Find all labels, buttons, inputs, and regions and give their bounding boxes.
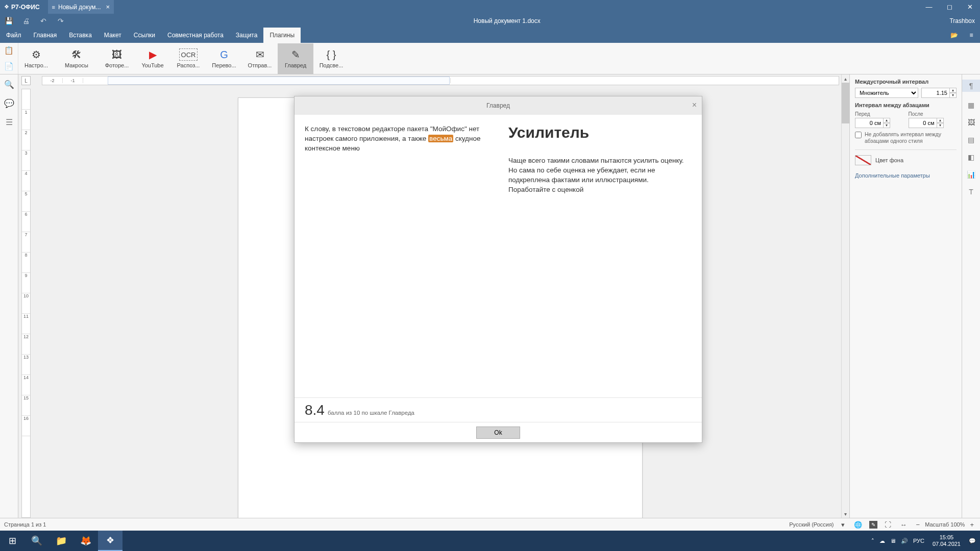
gear-icon: ⚙ (32, 48, 41, 61)
spin-up-icon[interactable]: ▴ (937, 118, 944, 123)
paste-icon[interactable]: 📄 (0, 59, 18, 74)
search-icon[interactable]: 🔍 (4, 80, 14, 89)
username-label[interactable]: Trashbox (944, 17, 980, 24)
app-logo-icon: ❖ (4, 4, 9, 10)
minimize-button[interactable]: — (919, 0, 939, 14)
line-spacing-value-stepper[interactable]: ▴▾ (921, 88, 957, 98)
close-button[interactable]: ✕ (960, 0, 980, 14)
undo-icon[interactable]: ↶ (35, 14, 52, 28)
line-spacing-value-input[interactable] (921, 88, 950, 98)
plugin-ocr-label: Распоз... (177, 62, 200, 68)
fit-width-icon[interactable]: ↔ (898, 521, 909, 529)
dialog-highlighted-word[interactable]: весьма (428, 135, 453, 142)
glavred-score-suffix: балла из 10 по шкале Главреда (328, 410, 414, 416)
menu-insert[interactable]: Вставка (63, 28, 98, 43)
copy-icon[interactable]: 📋 (0, 43, 18, 59)
dialog-titlebar[interactable]: Главред × (295, 96, 702, 115)
menu-file[interactable]: Файл (0, 28, 28, 43)
document-icon: ≡ (52, 4, 55, 10)
plugin-settings-button[interactable]: ⚙ Настро... (18, 43, 54, 74)
tray-clock[interactable]: 15:05 07.04.2021 (929, 534, 964, 547)
document-tab[interactable]: ≡ Новый докум... × (48, 0, 114, 14)
tray-onedrive-icon[interactable]: ☁ (879, 538, 885, 544)
plugin-youtube-label: YouTube (141, 62, 163, 68)
print-icon[interactable]: 🖨 (17, 14, 35, 28)
page-status[interactable]: Страница 1 из 1 (4, 521, 46, 528)
fit-page-icon[interactable]: ⛶ (883, 521, 893, 529)
plugin-settings-label: Настро... (24, 62, 48, 68)
dialog-close-icon[interactable]: × (692, 101, 697, 110)
textart-tab-icon[interactable]: T (969, 188, 973, 196)
taskbar-r7office-icon[interactable]: ❖ (98, 531, 122, 551)
document-language[interactable]: Русский (Россия) (789, 521, 834, 528)
paragraph-tab-icon[interactable]: ¶ (962, 80, 980, 92)
spin-down-icon[interactable]: ▾ (937, 123, 944, 128)
advanced-params-link[interactable]: Дополнительные параметры (855, 172, 957, 179)
scroll-down-icon[interactable]: ▾ (842, 510, 849, 518)
tab-close-icon[interactable]: × (106, 3, 110, 11)
maximize-button[interactable]: ◻ (939, 0, 960, 14)
vertical-scrollbar[interactable]: ▴ ▾ (841, 74, 849, 518)
save-icon[interactable]: 💾 (0, 14, 17, 28)
spin-down-icon[interactable]: ▾ (883, 123, 890, 128)
glavred-score-value: 8.4 (305, 402, 325, 418)
outline-icon[interactable]: ☰ (6, 117, 13, 127)
plugin-highlight-button[interactable]: { } Подсве... (313, 43, 349, 74)
menu-protect[interactable]: Защита (230, 28, 264, 43)
spacing-before-input[interactable] (855, 118, 884, 128)
menu-home[interactable]: Главная (28, 28, 63, 43)
spin-up-icon[interactable]: ▴ (949, 88, 957, 93)
plugin-photoeditor-button[interactable]: 🖼 Фоторе... (99, 43, 135, 74)
scrollbar-thumb[interactable] (842, 83, 849, 123)
spacing-before-stepper[interactable]: ▴▾ (855, 118, 903, 128)
menu-links[interactable]: Ссылки (128, 28, 161, 43)
spin-down-icon[interactable]: ▾ (949, 93, 957, 98)
horizontal-ruler[interactable]: -2-11234567891011121314151617 (42, 76, 839, 85)
open-folder-icon[interactable]: 📂 (945, 28, 963, 43)
vertical-ruler[interactable]: 12345678910111213141516 (21, 89, 31, 518)
start-button[interactable]: ⊞ (0, 531, 24, 551)
no-spacing-same-style-checkbox[interactable] (855, 132, 862, 138)
spellcheck-icon[interactable]: 🌐 (852, 521, 864, 529)
tray-network-icon[interactable]: 🖥 (890, 538, 896, 544)
dialog-ok-button[interactable]: Ok (476, 427, 520, 439)
plugin-glavred-button[interactable]: ✎ Главред (278, 43, 313, 74)
scroll-up-icon[interactable]: ▴ (842, 74, 849, 83)
plugin-youtube-button[interactable]: ▶ YouTube (135, 43, 170, 74)
tray-notifications-icon[interactable]: 💬 (969, 538, 976, 544)
plugin-macros-button[interactable]: 🛠 Макросы (59, 43, 94, 74)
background-color-swatch[interactable] (855, 155, 871, 165)
redo-icon[interactable]: ↷ (52, 14, 69, 28)
shape-tab-icon[interactable]: ◧ (968, 153, 974, 161)
zoom-out-button[interactable]: − (914, 521, 922, 529)
plugin-translate-button[interactable]: G Перево... (206, 43, 242, 74)
menu-more-icon[interactable]: ≡ (963, 28, 980, 43)
tray-chevron-icon[interactable]: ˄ (871, 538, 874, 544)
taskbar-search-icon[interactable]: 🔍 (24, 531, 49, 551)
zoom-in-button[interactable]: + (968, 521, 976, 529)
image-tab-icon[interactable]: 🖼 (968, 118, 975, 127)
tray-volume-icon[interactable]: 🔊 (901, 538, 908, 544)
spin-up-icon[interactable]: ▴ (883, 118, 890, 123)
spacing-after-input[interactable] (909, 118, 937, 128)
zoom-label[interactable]: Масштаб 100% (925, 521, 965, 528)
line-spacing-mode-select[interactable]: Множитель (855, 88, 918, 98)
menu-layout[interactable]: Макет (98, 28, 128, 43)
menu-collab[interactable]: Совместная работа (161, 28, 230, 43)
plugin-send-button[interactable]: ✉ Отправ... (242, 43, 278, 74)
system-tray[interactable]: ˄ ☁ 🖥 🔊 РУС 15:05 07.04.2021 💬 (867, 534, 980, 547)
table-tab-icon[interactable]: ▦ (968, 101, 974, 109)
tray-language[interactable]: РУС (913, 538, 924, 544)
menu-plugins[interactable]: Плагины (263, 28, 301, 43)
trackchanges-icon[interactable]: ✎ (869, 521, 877, 529)
chart-tab-icon[interactable]: 📊 (967, 170, 975, 179)
comments-icon[interactable]: 💬 (4, 98, 14, 108)
plugin-ocr-button[interactable]: OCR Распоз... (170, 43, 206, 74)
tabstop-selector[interactable]: L (21, 76, 31, 85)
headerfooter-tab-icon[interactable]: ▤ (968, 136, 974, 144)
spacing-after-stepper[interactable]: ▴▾ (909, 118, 957, 128)
document-viewport[interactable]: L -2-11234567891011121314151617 12345678… (18, 74, 849, 518)
taskbar-firefox-icon[interactable]: 🦊 (74, 531, 98, 551)
chevron-down-icon[interactable]: ▾ (839, 521, 847, 529)
taskbar-explorer-icon[interactable]: 📁 (49, 531, 74, 551)
